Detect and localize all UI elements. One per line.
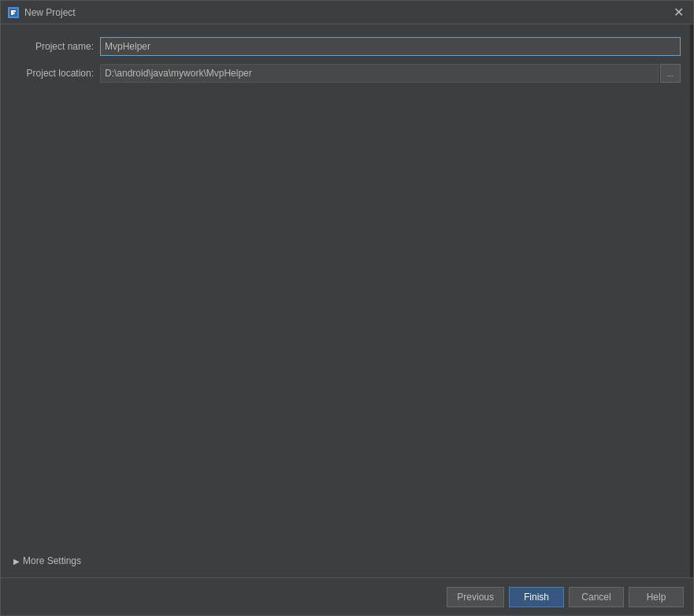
svg-rect-4: [11, 13, 15, 14]
more-settings-arrow-icon: ▶: [13, 557, 20, 566]
project-name-label: Project name:: [13, 41, 100, 52]
project-name-row: Project name:: [13, 37, 681, 56]
project-name-input[interactable]: [100, 37, 681, 56]
dialog-footer: Previous Finish Cancel Help: [1, 577, 693, 615]
project-location-label: Project location:: [13, 68, 100, 79]
dialog-content: Project name: Project location: ... ▶ Mo…: [1, 24, 693, 577]
project-location-input[interactable]: [100, 64, 659, 83]
close-button[interactable]: ✕: [670, 4, 687, 21]
dialog-title: New Project: [24, 7, 670, 18]
project-location-row: Project location: ...: [13, 64, 681, 83]
help-button[interactable]: Help: [629, 587, 684, 607]
more-settings-toggle[interactable]: ▶ More Settings: [13, 551, 681, 571]
right-edge-bar: [690, 24, 693, 577]
finish-button[interactable]: Finish: [509, 587, 564, 607]
more-settings-label: More Settings: [23, 555, 81, 566]
content-spacer: [13, 91, 681, 551]
dialog-icon: [7, 6, 20, 19]
svg-rect-3: [11, 10, 16, 12]
cancel-button[interactable]: Cancel: [569, 587, 624, 607]
new-project-dialog: New Project ✕ Project name: Project loca…: [0, 0, 694, 616]
title-bar: New Project ✕: [1, 1, 693, 24]
previous-button[interactable]: Previous: [447, 587, 504, 607]
browse-button[interactable]: ...: [660, 64, 681, 83]
